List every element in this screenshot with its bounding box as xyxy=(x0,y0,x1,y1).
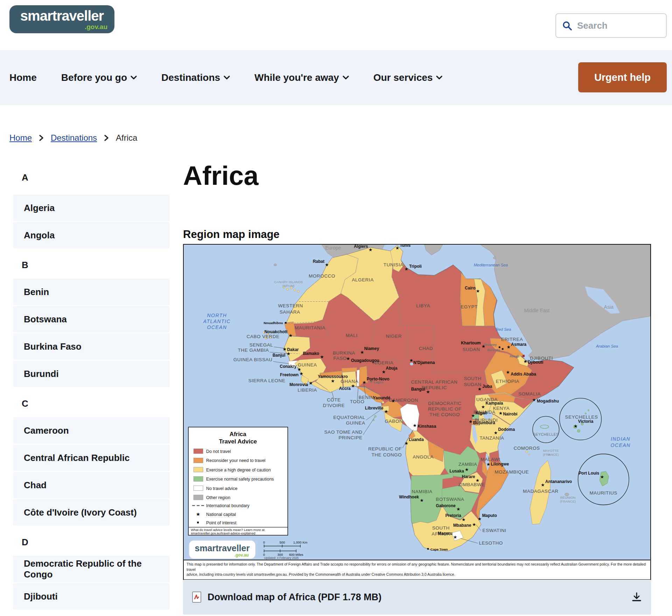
breadcrumb-destinations[interactable]: Destinations xyxy=(51,133,97,143)
svg-text:★: ★ xyxy=(471,413,475,418)
svg-text:ETHIOPIA: ETHIOPIA xyxy=(496,379,519,384)
svg-text:RÉUNION: RÉUNION xyxy=(560,496,576,499)
logo-domain: .gov.au xyxy=(85,23,107,31)
map-section-heading: Region map image xyxy=(183,228,280,241)
download-map-row[interactable]: Download map of Africa (PDF 1.78 MB) xyxy=(183,580,651,615)
svg-text:Algiers: Algiers xyxy=(354,245,368,249)
letter-heading-d: D xyxy=(13,537,170,547)
svg-text:Yaoundé: Yaoundé xyxy=(373,396,390,400)
svg-text:★: ★ xyxy=(532,397,536,402)
svg-text:Teseney: Teseney xyxy=(484,343,497,346)
breadcrumb-home[interactable]: Home xyxy=(9,133,32,143)
svg-text:Kinshasa: Kinshasa xyxy=(418,424,436,429)
sidebar-item-botswana[interactable]: Botswana xyxy=(13,306,170,332)
letter-heading-c: C xyxy=(13,398,170,409)
svg-text:★: ★ xyxy=(426,389,430,394)
svg-text:Dodoma: Dodoma xyxy=(498,427,515,432)
svg-text:Mbabane: Mbabane xyxy=(453,523,471,528)
svg-text:Africa: Africa xyxy=(230,431,247,438)
svg-text:Libreville: Libreville xyxy=(365,406,384,411)
svg-text:★: ★ xyxy=(476,478,480,483)
svg-text:★: ★ xyxy=(456,506,461,512)
svg-text:★: ★ xyxy=(478,386,482,392)
svg-text:smartraveller: smartraveller xyxy=(195,543,250,553)
svg-text:★: ★ xyxy=(309,380,313,386)
sidebar-item-burkina-faso[interactable]: Burkina Faso xyxy=(13,333,170,360)
svg-text:SAHARA: SAHARA xyxy=(280,309,300,315)
nav-item-our-services[interactable]: Our services xyxy=(373,72,443,83)
svg-text:BURKINA: BURKINA xyxy=(333,350,355,356)
svg-text:Bangui: Bangui xyxy=(411,387,425,392)
sidebar-item-angola[interactable]: Angola xyxy=(13,222,170,248)
chevron-down-icon xyxy=(131,76,137,80)
svg-text:Abuja: Abuja xyxy=(386,366,398,371)
sidebar-item-benin[interactable]: Benin xyxy=(13,279,170,305)
svg-text:LIBERIA: LIBERIA xyxy=(298,387,317,393)
svg-text:★: ★ xyxy=(465,467,469,472)
download-icon[interactable] xyxy=(631,592,642,602)
svg-text:THE GAMBIA: THE GAMBIA xyxy=(238,348,269,353)
svg-text:CÔTE: CÔTE xyxy=(327,397,341,402)
svg-text:Lagos: Lagos xyxy=(373,380,383,384)
svg-text:Rabat: Rabat xyxy=(313,259,324,264)
svg-text:0: 0 xyxy=(263,540,265,544)
svg-text:★: ★ xyxy=(360,350,364,355)
svg-text:Asmara: Asmara xyxy=(511,342,526,347)
nav-item-destinations[interactable]: Destinations xyxy=(161,72,230,83)
breadcrumb: Home Destinations Africa xyxy=(9,133,137,143)
svg-text:TANZANIA: TANZANIA xyxy=(479,435,504,441)
svg-text:LIBYA: LIBYA xyxy=(416,303,430,308)
svg-text:CANARY ISLANDS: CANARY ISLANDS xyxy=(274,280,303,284)
svg-text:SOUTH: SOUTH xyxy=(464,376,481,381)
sidebar-item-cote-divoire[interactable]: Côte d'Ivoire (Ivory Coast) xyxy=(13,499,170,526)
sidebar-item-djibouti[interactable]: Djibouti xyxy=(13,583,170,610)
urgent-help-button[interactable]: Urgent help xyxy=(578,62,667,92)
svg-text:Reconsider your need to travel: Reconsider your need to travel xyxy=(206,458,265,463)
svg-text:Cairo: Cairo xyxy=(465,286,476,290)
svg-text:Tunis: Tunis xyxy=(400,245,411,248)
svg-text:ALGERIA: ALGERIA xyxy=(352,277,373,282)
svg-text:smartraveller.gov.au/travel-ad: smartraveller.gov.au/travel-advice-expla… xyxy=(191,531,255,535)
svg-text:Antananarivo: Antananarivo xyxy=(545,479,572,484)
sidebar-item-burundi[interactable]: Burundi xyxy=(13,360,170,387)
nav-item-home[interactable]: Home xyxy=(9,72,37,83)
sidebar-item-chad[interactable]: Chad xyxy=(13,472,170,498)
sidebar-item-cameroon[interactable]: Cameroon xyxy=(13,417,170,444)
svg-text:★: ★ xyxy=(369,247,373,252)
svg-text:★: ★ xyxy=(574,424,578,429)
svg-text:Gaborone: Gaborone xyxy=(436,503,456,508)
svg-text:National capital: National capital xyxy=(206,512,236,517)
sidebar-item-drc[interactable]: Democratic Republic of the Congo xyxy=(13,556,170,582)
svg-text:MAURITIUS: MAURITIUS xyxy=(590,490,617,496)
svg-text:Exercise a high degree of caut: Exercise a high degree of caution xyxy=(206,468,271,472)
svg-text:CABO VERDE: CABO VERDE xyxy=(246,334,279,339)
svg-text:LESOTHO: LESOTHO xyxy=(479,540,503,546)
svg-text:Bujumbura: Bujumbura xyxy=(473,420,495,425)
svg-text:TOGO: TOGO xyxy=(350,399,365,404)
svg-text:Monrovia: Monrovia xyxy=(289,382,308,387)
svg-text:(FRANCE): (FRANCE) xyxy=(560,499,576,503)
smartraveller-logo[interactable]: smartraveller .gov.au xyxy=(9,5,114,33)
svg-text:★: ★ xyxy=(320,354,324,359)
sidebar-item-algeria[interactable]: Algeria xyxy=(13,195,170,221)
svg-text:ZAMBIA: ZAMBIA xyxy=(458,462,477,467)
svg-text:Assab: Assab xyxy=(510,354,520,358)
svg-text:★: ★ xyxy=(462,517,466,522)
search-box[interactable] xyxy=(555,13,667,38)
svg-text:★: ★ xyxy=(506,370,510,375)
svg-text:Kampala: Kampala xyxy=(485,401,503,406)
svg-text:SUDAN: SUDAN xyxy=(462,347,480,352)
svg-text:THE CONGO: THE CONGO xyxy=(371,452,402,457)
svg-text:Djibouti: Djibouti xyxy=(528,360,543,365)
nav-item-before-you-go[interactable]: Before you go xyxy=(61,72,137,83)
svg-text:GABON: GABON xyxy=(385,419,403,424)
svg-text:REPUBLIC: REPUBLIC xyxy=(422,385,447,390)
nav-item-while-youre-away[interactable]: While you're away xyxy=(254,72,349,83)
sidebar-item-central-african-republic[interactable]: Central African Republic xyxy=(13,444,170,471)
svg-text:Freetown: Freetown xyxy=(280,372,299,377)
search-input[interactable] xyxy=(577,20,658,31)
svg-text:GUINEA BISSAU: GUINEA BISSAU xyxy=(233,357,273,362)
svg-text:★: ★ xyxy=(282,346,287,352)
svg-text:★: ★ xyxy=(196,511,201,517)
svg-text:MALI: MALI xyxy=(346,333,358,338)
